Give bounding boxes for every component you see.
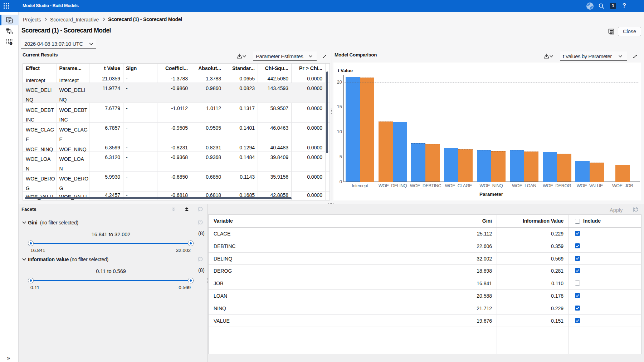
svg-text:i: i — [11, 42, 11, 45]
